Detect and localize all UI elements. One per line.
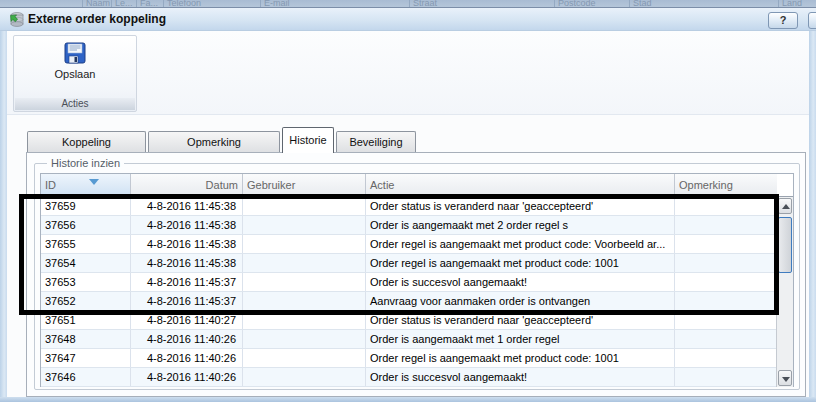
column-header-id-label: ID <box>45 179 56 191</box>
dialog-frame-right <box>809 31 816 402</box>
table-row[interactable]: 37659 4-8-2016 11:45:38 Order status is … <box>41 197 777 216</box>
scroll-up-button[interactable] <box>778 198 792 214</box>
arrow-up-icon <box>782 204 790 209</box>
cell-datum: 4-8-2016 11:45:37 <box>131 273 243 291</box>
cell-gebruiker <box>243 368 366 386</box>
cell-actie: Order status is veranderd naar 'geaccept… <box>366 311 675 329</box>
tab-koppeling[interactable]: Koppeling <box>27 131 146 153</box>
table-row[interactable]: 37647 4-8-2016 11:40:26 Order regel is a… <box>41 349 777 368</box>
floppy-disk-icon <box>63 41 87 65</box>
vertical-scrollbar[interactable] <box>776 197 793 387</box>
cell-id: 37656 <box>41 216 131 234</box>
cell-id: 37659 <box>41 197 131 215</box>
cell-opmerking <box>675 216 777 234</box>
cell-id: 37652 <box>41 292 131 310</box>
cell-opmerking <box>675 368 777 386</box>
column-header-id[interactable]: ID <box>41 174 131 196</box>
column-header-gebruiker[interactable]: Gebruiker <box>243 174 366 196</box>
save-button[interactable]: Opslaan <box>14 39 136 97</box>
table-row[interactable]: 37656 4-8-2016 11:45:38 Order is aangema… <box>41 216 777 235</box>
cell-datum: 4-8-2016 11:45:38 <box>131 254 243 272</box>
arrow-down-icon <box>782 377 790 382</box>
table-row[interactable]: 37652 4-8-2016 11:45:37 Aanvraag voor aa… <box>41 292 777 311</box>
screen: NaamLe...Fa...TelefoonE-mailStraatPostco… <box>0 0 816 402</box>
cell-gebruiker <box>243 197 366 215</box>
cell-datum: 4-8-2016 11:45:37 <box>131 292 243 310</box>
ribbon: Opslaan Acties <box>7 31 809 115</box>
historie-table: ID Datum Gebruiker Actie Opmerking 37659… <box>40 173 794 387</box>
cell-opmerking <box>675 273 777 291</box>
column-header-opmerking[interactable]: Opmerking <box>675 174 777 196</box>
ribbon-group-acties: Opslaan Acties <box>13 35 137 112</box>
tab-historie[interactable]: Historie <box>282 127 334 153</box>
cell-gebruiker <box>243 273 366 291</box>
historie-inzien-groupbox: Historie inzien ID Datum Gebruiker Actie… <box>34 163 800 390</box>
tab-opmerking[interactable]: Opmerking <box>148 131 280 153</box>
dialog-titlebar: Externe order koppeling ? <box>0 7 816 31</box>
cell-actie: Order is aangemaakt met 1 order regel <box>366 330 675 348</box>
cell-opmerking <box>675 349 777 367</box>
cell-actie: Order regel is aangemaakt met product co… <box>366 254 675 272</box>
cell-opmerking <box>675 292 777 310</box>
cell-gebruiker <box>243 216 366 234</box>
tab-strip: Koppeling Opmerking Historie Beveiliging <box>26 127 806 153</box>
table-body: 37659 4-8-2016 11:45:38 Order status is … <box>41 197 777 387</box>
cell-datum: 4-8-2016 11:45:38 <box>131 235 243 253</box>
cell-gebruiker <box>243 254 366 272</box>
cell-gebruiker <box>243 235 366 253</box>
cell-opmerking <box>675 235 777 253</box>
table-row[interactable]: 37651 4-8-2016 11:40:27 Order status is … <box>41 311 777 330</box>
cell-actie: Order is succesvol aangemaakt! <box>366 273 675 291</box>
scroll-down-button[interactable] <box>778 370 792 386</box>
scrollbar-thumb[interactable] <box>778 217 792 273</box>
tab-beveiliging[interactable]: Beveiliging <box>336 131 416 153</box>
cell-gebruiker <box>243 311 366 329</box>
ribbon-group-caption: Acties <box>15 98 135 110</box>
cell-id: 37653 <box>41 273 131 291</box>
table-row[interactable]: 37654 4-8-2016 11:45:38 Order regel is a… <box>41 254 777 273</box>
cell-actie: Order is succesvol aangemaakt! <box>366 368 675 386</box>
cell-datum: 4-8-2016 11:40:26 <box>131 330 243 348</box>
table-row[interactable]: 37646 4-8-2016 11:40:26 Order is succesv… <box>41 368 777 387</box>
cell-opmerking <box>675 311 777 329</box>
cell-datum: 4-8-2016 11:40:26 <box>131 368 243 386</box>
cell-opmerking <box>675 197 777 215</box>
cell-actie: Order status is veranderd naar 'geaccept… <box>366 197 675 215</box>
cell-actie: Order regel is aangemaakt met product co… <box>366 235 675 253</box>
help-button[interactable]: ? <box>768 12 798 29</box>
table-row[interactable]: 37648 4-8-2016 11:40:26 Order is aangema… <box>41 330 777 349</box>
table-row[interactable]: 37653 4-8-2016 11:45:37 Order is succesv… <box>41 273 777 292</box>
save-button-label: Opslaan <box>14 68 136 80</box>
cell-gebruiker <box>243 330 366 348</box>
dialog-title: Externe order koppeling <box>28 12 166 26</box>
groupbox-label: Historie inzien <box>47 157 124 169</box>
cell-id: 37648 <box>41 330 131 348</box>
close-button-partial[interactable] <box>808 12 816 29</box>
table-header-row: ID Datum Gebruiker Actie Opmerking <box>41 174 793 197</box>
cell-opmerking <box>675 254 777 272</box>
cell-datum: 4-8-2016 11:40:26 <box>131 349 243 367</box>
table-row[interactable]: 37655 4-8-2016 11:45:38 Order regel is a… <box>41 235 777 254</box>
cell-id: 37651 <box>41 311 131 329</box>
cell-actie: Aanvraag voor aanmaken order is ontvange… <box>366 292 675 310</box>
column-header-datum[interactable]: Datum <box>131 174 243 196</box>
dialog-body: Opslaan Acties Koppeling Opmerking Histo… <box>7 31 809 397</box>
cell-gebruiker <box>243 292 366 310</box>
cell-id: 37646 <box>41 368 131 386</box>
dialog-frame-left <box>0 31 7 402</box>
cell-actie: Order regel is aangemaakt met product co… <box>366 349 675 367</box>
cell-datum: 4-8-2016 11:40:27 <box>131 311 243 329</box>
column-header-actie[interactable]: Actie <box>366 174 675 196</box>
cell-id: 37647 <box>41 349 131 367</box>
dialog-frame-bottom <box>0 397 816 402</box>
cell-opmerking <box>675 330 777 348</box>
sort-filter-icon[interactable] <box>89 179 99 185</box>
cell-id: 37655 <box>41 235 131 253</box>
cell-actie: Order is aangemaakt met 2 order regel s <box>366 216 675 234</box>
historie-tab-panel: Historie inzien ID Datum Gebruiker Actie… <box>26 152 806 397</box>
database-with-green-arrow-icon <box>8 11 25 32</box>
cell-datum: 4-8-2016 11:45:38 <box>131 216 243 234</box>
cell-datum: 4-8-2016 11:45:38 <box>131 197 243 215</box>
cell-id: 37654 <box>41 254 131 272</box>
cell-gebruiker <box>243 349 366 367</box>
